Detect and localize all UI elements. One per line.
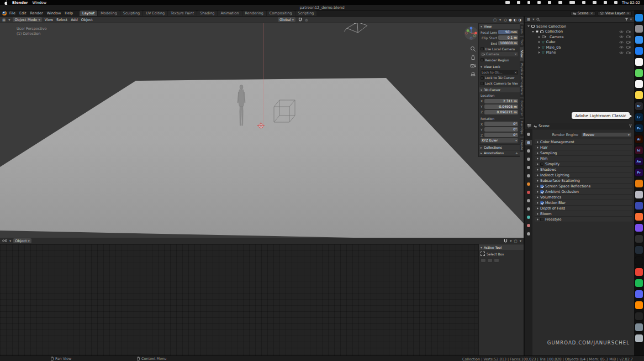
- shading-rendered-icon[interactable]: ◑: [518, 18, 521, 22]
- properties-panel-header[interactable]: Simplify: [535, 161, 632, 167]
- editor-type-dropdown-icon[interactable]: ▾: [8, 18, 10, 22]
- perspective-toggle-icon[interactable]: [470, 71, 476, 77]
- filter-funnel-icon[interactable]: [625, 18, 629, 21]
- disable-render-icon[interactable]: [626, 51, 631, 54]
- viewport-menu-item[interactable]: Select: [56, 18, 67, 22]
- dock-app-icon[interactable]: [635, 69, 643, 77]
- view-layer-selector[interactable]: View Layer ×: [598, 11, 632, 16]
- workspace-tab[interactable]: Shading: [197, 11, 217, 16]
- filter-dropdown-icon[interactable]: ▾: [630, 17, 632, 22]
- properties-panel-header[interactable]: Subsurface Scattering: [535, 178, 632, 184]
- properties-tab[interactable]: [525, 231, 532, 237]
- workspace-tab[interactable]: UV Editing: [143, 11, 167, 16]
- scene-unlink-icon[interactable]: ×: [590, 11, 593, 15]
- disable-render-icon[interactable]: [626, 46, 631, 49]
- expand-triangle-icon[interactable]: [539, 41, 540, 43]
- overlays-dropdown-icon[interactable]: ▾: [520, 239, 521, 243]
- render-engine-dropdown[interactable]: Eevee ▾: [581, 132, 632, 137]
- dock-app-icon[interactable]: Ae: [635, 158, 643, 165]
- mode-dropdown[interactable]: Object Mode ▾: [13, 17, 41, 22]
- properties-tab[interactable]: [525, 206, 532, 212]
- node-grid-canvas[interactable]: [0, 244, 478, 355]
- workspace-tab[interactable]: Texture Paint: [168, 11, 197, 16]
- viewport-menu-item[interactable]: Add: [71, 18, 78, 22]
- panel-checkbox[interactable]: [540, 201, 543, 205]
- overlays-toggle-icon[interactable]: ▢: [514, 239, 518, 243]
- properties-panel-header[interactable]: Screen Space Reflections: [535, 184, 632, 189]
- shader-type-dropdown[interactable]: Object ▾: [13, 238, 31, 243]
- navigation-gizmo[interactable]: [464, 26, 478, 40]
- dock-app-icon[interactable]: [635, 312, 643, 320]
- menubar-window-menu[interactable]: Window: [33, 1, 47, 5]
- panel-checkbox[interactable]: [540, 218, 543, 221]
- hide-viewport-icon[interactable]: [619, 35, 624, 38]
- menubar-status-icon[interactable]: [537, 1, 541, 4]
- menubar-app-menu[interactable]: Blender: [12, 1, 28, 5]
- editor-type-icon[interactable]: ▦: [527, 17, 530, 22]
- viewport-canvas[interactable]: User Perspective (1) Collection: [0, 23, 524, 238]
- node-editor-icon[interactable]: [2, 239, 7, 243]
- properties-panel-header[interactable]: Hair: [535, 145, 632, 150]
- view-lock-header[interactable]: ▾View Lock: [481, 64, 518, 69]
- dock-app-icon[interactable]: [635, 246, 643, 254]
- cube-wireframe[interactable]: [272, 98, 297, 123]
- dock-app-icon[interactable]: [635, 36, 643, 44]
- shader-editor[interactable]: ▾ Object ▾ ▾ ▢ ▾ ▾ Active Tool Select Bo…: [0, 238, 524, 355]
- add-annotation-icon[interactable]: +: [515, 151, 518, 155]
- expand-triangle-icon[interactable]: [539, 51, 540, 54]
- dock-app-icon[interactable]: Br: [635, 102, 643, 110]
- clear-icon[interactable]: ×: [514, 52, 517, 56]
- cursor-3d[interactable]: [258, 123, 263, 128]
- properties-panel-header[interactable]: Depth of Field: [535, 206, 632, 211]
- snap-magnet-icon[interactable]: [504, 239, 508, 243]
- blender-logo-icon[interactable]: [2, 11, 7, 15]
- lock-3d-cursor-checkbox[interactable]: [481, 76, 484, 80]
- hide-viewport-icon[interactable]: [619, 30, 624, 33]
- shading-solid-icon[interactable]: ●: [509, 18, 512, 22]
- dock-app-icon[interactable]: [635, 290, 643, 298]
- workspace-tab[interactable]: Scripting: [295, 11, 317, 16]
- view-panel-header[interactable]: ▾ View: [479, 23, 520, 29]
- dock-app-icon[interactable]: [635, 202, 643, 210]
- shading-wireframe-icon[interactable]: ○: [504, 18, 507, 22]
- menubar-status-icon[interactable]: [517, 1, 520, 4]
- pin-icon[interactable]: [629, 124, 632, 128]
- cursor-location-field[interactable]: -0.04905 m: [484, 104, 518, 109]
- outliner-scene-collection[interactable]: Scene Collection: [526, 24, 633, 29]
- properties-breadcrumb[interactable]: Scene: [534, 124, 550, 128]
- topbar-menu-item[interactable]: Render: [30, 11, 43, 15]
- properties-tab[interactable]: [525, 181, 532, 187]
- topbar-menu-item[interactable]: Help: [65, 11, 73, 15]
- properties-panel-header[interactable]: Motion Blur: [535, 200, 632, 206]
- menubar-status-icon[interactable]: [569, 1, 575, 4]
- dock-app-icon[interactable]: [635, 334, 643, 342]
- view-layer-remove-icon[interactable]: ×: [627, 11, 630, 15]
- dock-app-icon[interactable]: [635, 235, 643, 243]
- collection-checkbox[interactable]: [536, 30, 539, 33]
- cursor-rotation-field[interactable]: 0°: [484, 133, 518, 137]
- panel-checkbox[interactable]: [540, 190, 543, 193]
- dock-app-icon[interactable]: [635, 323, 643, 331]
- active-tool-row[interactable]: Select Box: [479, 250, 524, 258]
- apple-menu-icon[interactable]: [4, 1, 8, 5]
- editor-type-dropdown-icon[interactable]: ▾: [9, 239, 11, 243]
- dock-app-icon[interactable]: [635, 279, 643, 287]
- properties-panel-header[interactable]: Shadows: [535, 167, 632, 172]
- properties-tab[interactable]: [525, 214, 532, 220]
- sidebar-tab[interactable]: BoxCutter: [520, 98, 524, 118]
- panel-checkbox[interactable]: [540, 185, 543, 188]
- disable-render-icon[interactable]: [626, 30, 631, 33]
- properties-panel-header[interactable]: Indirect Lighting: [535, 172, 632, 178]
- lock-camera-checkbox[interactable]: [481, 82, 484, 85]
- properties-panel-header[interactable]: Freestyle: [535, 217, 632, 222]
- focal-length-field[interactable]: 50 mm: [498, 30, 518, 34]
- outliner-object-row[interactable]: Camera: [526, 34, 633, 40]
- local-camera-field[interactable]: Camera×: [481, 52, 518, 56]
- sidebar-tab[interactable]: Item: [520, 24, 524, 36]
- viewport-menu-item[interactable]: View: [45, 18, 53, 22]
- cursor-location-field[interactable]: 2.311 m: [484, 99, 518, 103]
- rotation-mode-dropdown[interactable]: XYZ Euler▾: [481, 138, 518, 143]
- panel-checkbox[interactable]: [540, 163, 543, 166]
- workspace-tab[interactable]: Modeling: [98, 11, 120, 16]
- outliner-collection[interactable]: Collection: [526, 29, 633, 35]
